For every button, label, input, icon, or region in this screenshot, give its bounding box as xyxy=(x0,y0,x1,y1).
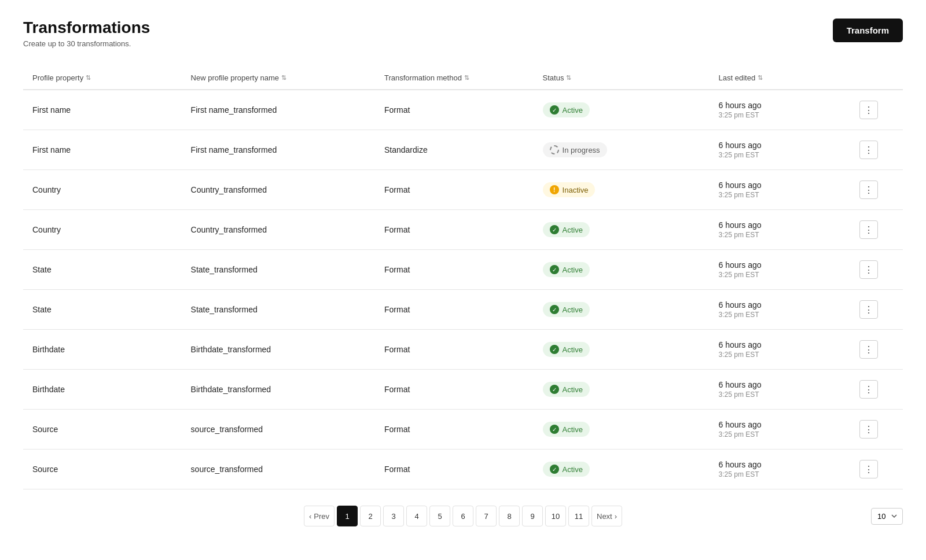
edited-main: 6 hours ago xyxy=(719,460,841,469)
cell-last-edited: 6 hours ago3:25 pm EST xyxy=(710,90,850,130)
active-icon: ✓ xyxy=(550,345,559,354)
status-label: Active xyxy=(563,106,583,115)
cell-last-edited: 6 hours ago3:25 pm EST xyxy=(710,170,850,210)
cell-status: ✓Active xyxy=(534,410,710,450)
page-button-3[interactable]: 3 xyxy=(383,506,404,526)
cell-status: ✓Active xyxy=(534,90,710,130)
table-row: StateState_transformedFormat✓Active6 hou… xyxy=(23,290,903,330)
edited-main: 6 hours ago xyxy=(719,260,841,270)
table-row: CountryCountry_transformedFormat✓Active6… xyxy=(23,210,903,250)
table-row: Sourcesource_transformedFormat✓Active6 h… xyxy=(23,450,903,489)
sort-icon-profile: ⇅ xyxy=(86,74,91,82)
cell-method: Format xyxy=(375,410,534,450)
edited-sub: 3:25 pm EST xyxy=(719,470,841,478)
edited-sub: 3:25 pm EST xyxy=(719,271,841,279)
cell-profile-property: First name xyxy=(23,90,182,130)
col-header-method[interactable]: Transformation method ⇅ xyxy=(375,67,534,90)
cell-profile-property: Country xyxy=(23,210,182,250)
next-button[interactable]: Next › xyxy=(591,506,622,526)
more-options-button[interactable]: ⋮ xyxy=(859,260,878,279)
more-options-button[interactable]: ⋮ xyxy=(859,180,878,199)
status-label: Active xyxy=(563,305,583,314)
status-label: Inactive xyxy=(563,186,589,194)
transform-button[interactable]: Transform xyxy=(833,19,903,42)
status-label: Active xyxy=(563,266,583,274)
page-button-11[interactable]: 11 xyxy=(568,506,589,526)
status-label: Active xyxy=(563,425,583,434)
cell-new-name: First name_transformed xyxy=(182,90,375,130)
edited-main: 6 hours ago xyxy=(719,141,841,150)
edited-sub: 3:25 pm EST xyxy=(719,430,841,439)
prev-button[interactable]: ‹ Prev xyxy=(304,506,335,526)
status-label: In progress xyxy=(563,146,600,154)
transformations-table: Profile property ⇅ New profile property … xyxy=(23,67,903,489)
cell-status: ✓Active xyxy=(534,210,710,250)
cell-profile-property: State xyxy=(23,250,182,290)
page-button-6[interactable]: 6 xyxy=(453,506,473,526)
cell-new-name: State_transformed xyxy=(182,290,375,330)
more-options-button[interactable]: ⋮ xyxy=(859,420,878,439)
cell-action: ⋮ xyxy=(850,450,903,489)
cell-last-edited: 6 hours ago3:25 pm EST xyxy=(710,330,850,370)
more-options-button[interactable]: ⋮ xyxy=(859,101,878,119)
page-button-4[interactable]: 4 xyxy=(406,506,427,526)
cell-last-edited: 6 hours ago3:25 pm EST xyxy=(710,410,850,450)
status-label: Active xyxy=(563,385,583,394)
per-page-dropdown[interactable]: 102550 xyxy=(871,508,903,525)
inprogress-icon xyxy=(550,145,559,154)
cell-status: ✓Active xyxy=(534,290,710,330)
cell-status: ✓Active xyxy=(534,330,710,370)
cell-action: ⋮ xyxy=(850,250,903,290)
active-icon: ✓ xyxy=(550,265,559,274)
col-header-status[interactable]: Status ⇅ xyxy=(534,67,710,90)
page-title: Transformations xyxy=(23,19,150,37)
table-header-row: Profile property ⇅ New profile property … xyxy=(23,67,903,90)
pagination-row: ‹ Prev 1234567891011 Next › 102550 xyxy=(23,506,903,526)
prev-chevron: ‹ xyxy=(309,512,311,521)
more-options-button[interactable]: ⋮ xyxy=(859,380,878,399)
more-options-button[interactable]: ⋮ xyxy=(859,300,878,319)
sort-icon-edited: ⇅ xyxy=(758,74,763,82)
cell-new-name: Birthdate_transformed xyxy=(182,330,375,370)
table-row: BirthdateBirthdate_transformedFormat✓Act… xyxy=(23,330,903,370)
col-header-newname[interactable]: New profile property name ⇅ xyxy=(182,67,375,90)
cell-last-edited: 6 hours ago3:25 pm EST xyxy=(710,290,850,330)
cell-new-name: First name_transformed xyxy=(182,130,375,170)
page-button-9[interactable]: 9 xyxy=(522,506,543,526)
edited-main: 6 hours ago xyxy=(719,340,841,349)
status-badge: ✓Active xyxy=(543,302,590,317)
cell-action: ⋮ xyxy=(850,90,903,130)
page-subtitle: Create up to 30 transformations. xyxy=(23,39,150,48)
cell-new-name: Birthdate_transformed xyxy=(182,370,375,410)
cell-method: Format xyxy=(375,450,534,489)
page-button-1[interactable]: 1 xyxy=(337,506,358,526)
cell-method: Format xyxy=(375,290,534,330)
status-badge: ✓Active xyxy=(543,422,590,437)
cell-method: Format xyxy=(375,90,534,130)
page-button-8[interactable]: 8 xyxy=(499,506,520,526)
more-options-button[interactable]: ⋮ xyxy=(859,340,878,359)
cell-profile-property: Source xyxy=(23,410,182,450)
cell-last-edited: 6 hours ago3:25 pm EST xyxy=(710,450,850,489)
more-options-button[interactable]: ⋮ xyxy=(859,141,878,159)
page-header: Transformations Create up to 30 transfor… xyxy=(23,19,903,48)
page-button-7[interactable]: 7 xyxy=(476,506,497,526)
page-button-2[interactable]: 2 xyxy=(360,506,381,526)
edited-sub: 3:25 pm EST xyxy=(719,351,841,359)
more-options-button[interactable]: ⋮ xyxy=(859,460,878,478)
sort-icon-method: ⇅ xyxy=(464,74,469,82)
page-button-10[interactable]: 10 xyxy=(545,506,566,526)
cell-method: Format xyxy=(375,170,534,210)
status-label: Active xyxy=(563,465,583,474)
page-button-5[interactable]: 5 xyxy=(429,506,450,526)
next-chevron: › xyxy=(615,512,617,521)
cell-last-edited: 6 hours ago3:25 pm EST xyxy=(710,130,850,170)
cell-action: ⋮ xyxy=(850,330,903,370)
col-header-edited[interactable]: Last edited ⇅ xyxy=(710,67,850,90)
active-icon: ✓ xyxy=(550,385,559,394)
more-options-button[interactable]: ⋮ xyxy=(859,220,878,239)
pagination-controls: ‹ Prev 1234567891011 Next › xyxy=(304,506,622,526)
cell-new-name: Country_transformed xyxy=(182,210,375,250)
edited-main: 6 hours ago xyxy=(719,101,841,110)
col-header-profile[interactable]: Profile property ⇅ xyxy=(23,67,182,90)
